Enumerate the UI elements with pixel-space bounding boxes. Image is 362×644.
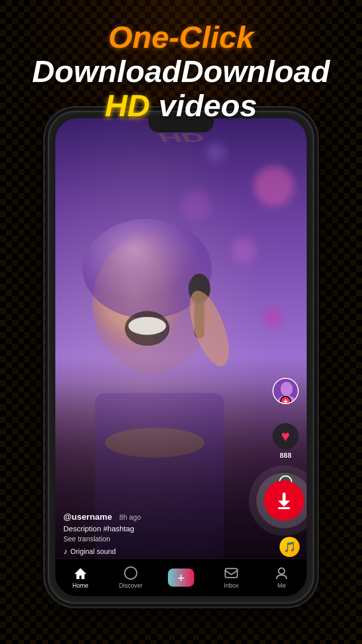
nav-inbox-label: Inbox bbox=[224, 582, 238, 589]
create-button[interactable]: + bbox=[168, 569, 194, 587]
title-area: One-Click DownloadDownload HD videos HD bbox=[0, 20, 362, 148]
home-icon bbox=[73, 566, 87, 580]
discover-icon bbox=[124, 566, 138, 580]
nav-discover[interactable]: Discover bbox=[106, 566, 156, 589]
music-note-icon: ♪ bbox=[63, 547, 67, 556]
title-videos: videos bbox=[158, 88, 257, 123]
nav-inbox[interactable]: Inbox bbox=[206, 566, 256, 589]
svg-rect-22 bbox=[225, 569, 237, 578]
original-sound: Original sound bbox=[70, 547, 116, 555]
video-translation[interactable]: See translation bbox=[63, 535, 256, 543]
inbox-icon bbox=[224, 566, 238, 580]
bottom-nav: Home Discover + Inbox bbox=[55, 558, 307, 596]
video-description: Description #hashtag bbox=[63, 524, 256, 533]
phone-screen: + ♥ 888 bbox=[55, 118, 307, 596]
svg-point-21 bbox=[125, 567, 137, 579]
music-disc-icon: 🎵 bbox=[284, 541, 296, 553]
video-sound: ♪ Original sound bbox=[63, 547, 256, 556]
title-line2: HD videos bbox=[0, 89, 362, 123]
svg-rect-19 bbox=[278, 507, 290, 509]
download-area[interactable] bbox=[264, 480, 304, 521]
title-hd: HD bbox=[105, 88, 150, 123]
nav-home-label: Home bbox=[72, 582, 88, 589]
title-line1: One-Click DownloadDownload bbox=[0, 20, 362, 89]
avatar-action[interactable]: + bbox=[273, 378, 299, 404]
like-button[interactable]: ♥ bbox=[273, 423, 299, 449]
like-action[interactable]: ♥ 888 bbox=[273, 423, 299, 459]
title-reflection: HD bbox=[0, 132, 362, 142]
download-button[interactable] bbox=[264, 480, 304, 521]
svg-marker-20 bbox=[74, 568, 86, 579]
avatar-container: + bbox=[273, 378, 299, 404]
svg-marker-18 bbox=[278, 501, 290, 507]
profile-icon bbox=[275, 566, 289, 580]
like-count: 888 bbox=[280, 451, 291, 459]
svg-point-10 bbox=[281, 382, 293, 396]
nav-me[interactable]: Me bbox=[256, 566, 307, 589]
svg-point-23 bbox=[279, 568, 285, 574]
nav-discover-label: Discover bbox=[119, 582, 143, 589]
download-icon bbox=[273, 490, 295, 512]
title-download: Download bbox=[32, 54, 181, 89]
video-content: + ♥ 888 bbox=[55, 118, 307, 596]
video-time: 8h ago bbox=[119, 513, 141, 521]
nav-home[interactable]: Home bbox=[55, 566, 106, 589]
video-user-row: @username 8h ago bbox=[63, 512, 256, 522]
phone-frame: + ♥ 888 bbox=[48, 111, 314, 604]
title-one-click: One-Click bbox=[108, 20, 253, 54]
nav-create[interactable]: + bbox=[156, 569, 206, 587]
follow-button[interactable]: + bbox=[280, 396, 291, 404]
music-disc: 🎵 bbox=[280, 537, 300, 557]
video-info: @username 8h ago Description #hashtag Se… bbox=[63, 512, 256, 556]
heart-icon: ♥ bbox=[281, 429, 290, 444]
nav-me-label: Me bbox=[278, 582, 286, 589]
video-username: @username bbox=[63, 512, 112, 522]
